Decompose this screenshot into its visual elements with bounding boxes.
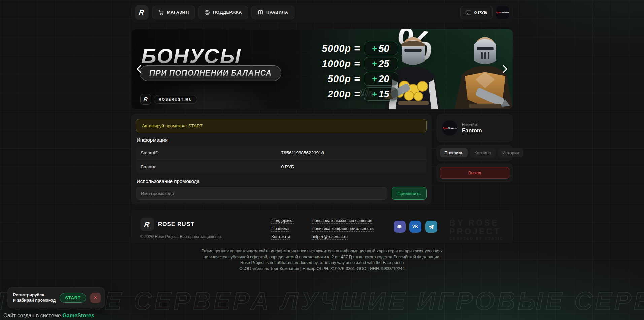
nav-item-support-label: ПОДДЕРЖКА <box>213 10 242 15</box>
footer-link-rules[interactable]: Правила <box>271 226 289 232</box>
tier-row: 200р = +15 <box>322 87 398 101</box>
nav-item-shop-label: МАГАЗИН <box>167 10 189 15</box>
apply-promo-button[interactable]: Применить <box>392 187 427 200</box>
table-row: SteamID 76561198856223918 <box>136 146 427 160</box>
nav-item-shop[interactable]: МАГАЗИН <box>152 6 195 19</box>
profile-tabs: Профиль Корзина История <box>437 145 513 161</box>
page: ИГРОВЫЕ СЕРВЕРА ЛУЧШИЕ ИГРОВЫЕ СЕРВЕРА R… <box>0 0 644 320</box>
profile-main-card: Активируй промокод: START Информация Ste… <box>131 114 431 204</box>
legal-line: не является публичной офертой, определяе… <box>131 254 513 260</box>
site-logo[interactable]: R <box>135 5 149 20</box>
promo-code-input[interactable] <box>136 187 387 200</box>
logout-card: Выход <box>437 164 513 182</box>
carousel-prev-button[interactable] <box>134 62 144 76</box>
legal-line: Rose Project is not affiliated, endorsed… <box>131 260 513 266</box>
nav-item-support[interactable]: ПОДДЕРЖКА <box>198 6 248 19</box>
site-credit-text: Сайт создан в системе <box>3 313 61 318</box>
avatar-image: SpaGames <box>443 127 456 130</box>
tier-row: 5000р = +50 <box>322 42 398 55</box>
promo-banner[interactable]: % % <box>131 29 513 109</box>
avatar-image: SpaGames <box>496 11 509 14</box>
telegram-button[interactable] <box>425 221 437 233</box>
steamid-label: SteamID <box>141 150 281 155</box>
tier-row: 500р = +20 <box>322 72 398 86</box>
promo-toast: Регистрируйся и забирай промокод START ✕ <box>7 287 105 308</box>
nav-item-rules[interactable]: ПРАВИЛА <box>251 6 294 19</box>
toast-close-button[interactable]: ✕ <box>90 293 101 303</box>
promo-alert: Активируй промокод: START <box>136 119 427 132</box>
balance-amount: 0 РУБ <box>474 10 487 15</box>
footer-link-user-agreement[interactable]: Пользовательское соглашение <box>312 218 372 224</box>
credit-card-icon <box>466 10 471 15</box>
byline-line3: CRAFTED BY STATIC <box>449 237 504 241</box>
footer-brand-name: ROSE RUST <box>158 221 194 228</box>
logout-button[interactable]: Выход <box>440 167 509 179</box>
discord-icon <box>396 224 403 230</box>
tab-history[interactable]: История <box>498 148 523 157</box>
footer-link-contacts[interactable]: Контакты <box>271 234 290 240</box>
vk-button[interactable]: VK <box>409 221 421 233</box>
banner-title: БОНУСЫ <box>141 44 241 68</box>
footer-link-email[interactable]: helper@roserust.ru <box>312 234 348 240</box>
support-icon <box>204 10 210 15</box>
legal-text: Размещенная на настоящем сайте информаци… <box>131 248 513 272</box>
bonus-tiers: 5000р = +50 1000р = +25 500р = +20 200р … <box>322 42 398 101</box>
steamid-value: 76561198856223918 <box>281 150 422 155</box>
badge-logo: R <box>140 94 151 105</box>
navbar: R МАГАЗИН ПОДДЕРЖКА ПРАВИЛА <box>131 3 513 22</box>
legal-line: ОсОО «Альянс Торг Компани» | Номер ОГРН:… <box>131 266 513 272</box>
chevron-left-icon <box>136 65 142 73</box>
profile-sidebar: SpaGames Никнейм: Fantom Профиль Корзина… <box>437 114 513 182</box>
profile-card: SpaGames Никнейм: Fantom <box>437 114 513 142</box>
promo-section-title: Использование промокода <box>137 178 427 184</box>
balance-value: 0 РУБ <box>281 164 422 169</box>
tier-row: 1000р = +25 <box>322 57 398 70</box>
nav-item-rules-label: ПРАВИЛА <box>266 10 288 15</box>
footer-socials: VK <box>394 221 437 233</box>
banner-site-badge: R ROSERUST.RU <box>140 94 197 105</box>
toast-promo-code-button[interactable]: START <box>60 293 86 303</box>
tab-cart[interactable]: Корзина <box>470 148 496 157</box>
byline-line2: PROJECT <box>449 227 504 236</box>
info-table: SteamID 76561198856223918 Баланс 0 РУБ <box>136 146 427 173</box>
footer-link-support[interactable]: Поддержка <box>271 218 293 224</box>
profile-avatar: SpaGames <box>442 120 458 136</box>
footer: R ROSE RUST © 2026 Rose Project. Все пра… <box>131 210 513 243</box>
site-credit: Сайт создан в системеGameStores <box>3 313 94 319</box>
banner-characters-art <box>378 29 513 109</box>
footer-link-privacy-policy[interactable]: Политика конфиденциальности <box>312 226 374 232</box>
discord-button[interactable] <box>394 221 406 233</box>
banner-subtitle-pill: ПРИ ПОПОЛНЕНИИ БАЛАНСА <box>140 65 281 81</box>
vk-icon: VK <box>412 224 418 229</box>
toast-message: Регистрируйся и забирай промокод <box>13 292 56 303</box>
nickname-value: Fantom <box>462 127 482 134</box>
chevron-right-icon <box>502 65 508 73</box>
legal-line: Размещенная на настоящем сайте информаци… <box>131 248 513 254</box>
badge-domain: ROSERUST.RU <box>159 97 192 101</box>
info-section-title: Информация <box>137 137 427 143</box>
rules-book-icon <box>258 10 263 15</box>
telegram-icon <box>428 224 434 230</box>
carousel-next-button[interactable] <box>500 62 510 76</box>
footer-brand: R ROSE RUST © 2026 Rose Project. Все пра… <box>140 218 222 239</box>
user-avatar[interactable]: SpaGames <box>496 6 509 19</box>
balance-label: Баланс <box>141 164 281 169</box>
close-icon: ✕ <box>94 295 97 300</box>
table-row: Баланс 0 РУБ <box>136 160 427 173</box>
footer-byline: BY ROSE PROJECT CRAFTED BY STATIC <box>449 218 504 241</box>
banner-subtitle: ПРИ ПОПОЛНЕНИИ БАЛАНСА <box>149 69 272 78</box>
cart-icon <box>158 10 164 15</box>
balance-widget[interactable]: 0 РУБ <box>460 6 493 19</box>
gamestores-link[interactable]: GameStores <box>63 313 94 318</box>
footer-logo[interactable]: R <box>140 218 154 231</box>
copyright-text: © 2026 Rose Project. Все права защищены. <box>140 234 222 239</box>
nickname-label: Никнейм: <box>462 122 482 126</box>
byline-line1: BY ROSE <box>449 218 504 227</box>
footer-links: Поддержка Правила Контакты Пользовательс… <box>271 218 374 240</box>
tab-profile[interactable]: Профиль <box>440 148 468 157</box>
promo-alert-text: Активируй промокод: START <box>142 123 203 128</box>
logo-r-glyph: R <box>139 8 145 17</box>
